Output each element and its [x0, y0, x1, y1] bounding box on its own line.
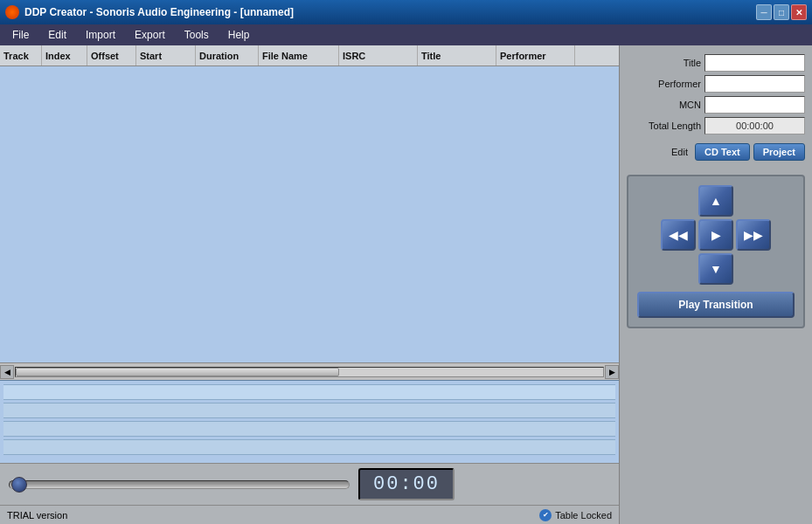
time-display: 00:00 [358, 468, 455, 500]
minimize-button[interactable]: ─ [756, 4, 772, 20]
play-transition-button[interactable]: Play Transition [637, 292, 795, 318]
edit-label: Edit [671, 147, 688, 157]
nav-prev-button[interactable]: ◀◀ [661, 219, 696, 251]
play-slider-track[interactable] [9, 480, 350, 489]
nav-play-button[interactable]: ▶ [698, 219, 733, 251]
nav-empty-br [736, 253, 771, 285]
right-panel: Title Performer MCN Total Length Edit CD… [620, 45, 812, 524]
col-header-start: Start [136, 45, 196, 66]
menu-bar: File Edit Import Export Tools Help [0, 24, 812, 45]
title-bar-left: DDP Creator - Sonoris Audio Engineering … [5, 5, 294, 19]
nav-grid: ▲ ◀◀ ▶ ▶▶ ▼ [661, 185, 771, 285]
field-row-title: Title [627, 54, 805, 72]
col-header-performer: Performer [496, 45, 575, 66]
performer-input[interactable] [704, 75, 805, 93]
hscroll-area: ◀ ▶ [0, 362, 619, 380]
waveform-row-3 [3, 421, 615, 437]
hscroll-left-btn[interactable]: ◀ [0, 365, 14, 379]
nav-empty-tr [736, 185, 771, 217]
total-length-display [704, 117, 805, 134]
project-button[interactable]: Project [753, 143, 805, 161]
nav-up-button[interactable]: ▲ [698, 185, 733, 217]
col-header-isrc: ISRC [339, 45, 418, 66]
performer-label: Performer [635, 79, 701, 89]
col-header-track: Track [0, 45, 42, 66]
maximize-button[interactable]: □ [774, 4, 789, 20]
waveform-row-2 [3, 403, 615, 418]
col-header-duration: Duration [196, 45, 259, 66]
total-length-label: Total Length [635, 121, 701, 131]
menu-export[interactable]: Export [126, 27, 174, 43]
fields-section: Title Performer MCN Total Length [627, 54, 805, 134]
menu-file[interactable]: File [3, 27, 38, 43]
nav-empty-tl [661, 185, 696, 217]
menu-edit[interactable]: Edit [39, 27, 75, 43]
col-header-filename: File Name [259, 45, 339, 66]
edit-section: Edit CD Text Project [627, 143, 805, 161]
nav-empty-bl [661, 253, 696, 285]
nav-down-button[interactable]: ▼ [698, 253, 733, 285]
field-row-performer: Performer [627, 75, 805, 93]
title-label: Title [635, 58, 701, 68]
lock-icon: ✔ [539, 509, 552, 521]
left-panel: Track Index Offset Start Duration File N… [0, 45, 620, 524]
hscroll-track[interactable] [15, 367, 604, 377]
close-button[interactable]: ✕ [791, 4, 807, 20]
hscroll-thumb[interactable] [16, 368, 339, 376]
table-area[interactable] [0, 66, 619, 362]
cd-text-button[interactable]: CD Text [695, 143, 750, 161]
menu-import[interactable]: Import [77, 27, 124, 43]
waveform-row-1 [3, 384, 615, 400]
waveform-area [0, 380, 619, 463]
title-bar: DDP Creator - Sonoris Audio Engineering … [0, 0, 812, 24]
field-row-total-length: Total Length [627, 117, 805, 134]
table-header: Track Index Offset Start Duration File N… [0, 45, 619, 66]
table-locked-label: Table Locked [555, 510, 612, 521]
title-bar-controls: ─ □ ✕ [756, 4, 807, 20]
menu-help[interactable]: Help [219, 27, 259, 43]
field-row-mcn: MCN [627, 96, 805, 114]
table-locked-indicator: ✔ Table Locked [539, 509, 612, 521]
col-header-title: Title [418, 45, 496, 66]
trial-text: TRIAL version [7, 510, 67, 521]
transport-bar: 00:00 [0, 463, 619, 505]
play-slider-thumb[interactable] [11, 477, 27, 493]
hscroll-right-btn[interactable]: ▶ [605, 365, 619, 379]
nav-next-button[interactable]: ▶▶ [736, 219, 771, 251]
status-bar: TRIAL version ✔ Table Locked [0, 505, 619, 524]
main-content: Track Index Offset Start Duration File N… [0, 45, 812, 524]
title-input[interactable] [704, 54, 805, 72]
app-icon [5, 5, 19, 19]
window-title: DDP Creator - Sonoris Audio Engineering … [24, 6, 294, 18]
waveform-row-4 [3, 439, 615, 455]
col-header-offset: Offset [87, 45, 136, 66]
menu-tools[interactable]: Tools [176, 27, 218, 43]
mcn-input[interactable] [704, 96, 805, 114]
mcn-label: MCN [635, 100, 701, 110]
col-header-index: Index [42, 45, 87, 66]
transport-section: ▲ ◀◀ ▶ ▶▶ ▼ Play Transition [627, 175, 805, 328]
